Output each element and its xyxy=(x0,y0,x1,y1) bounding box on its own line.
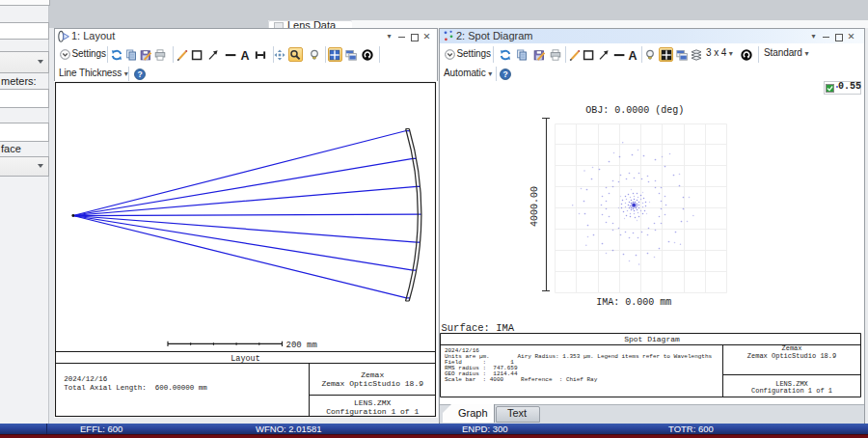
svg-text:?: ? xyxy=(502,69,507,79)
svg-text:Zemax OpticStudio 18.9: Zemax OpticStudio 18.9 xyxy=(747,352,836,360)
svg-text:Configuration 1 of 1: Configuration 1 of 1 xyxy=(751,387,832,395)
svg-text:LENS.ZMX: LENS.ZMX xyxy=(775,380,808,388)
svg-text:Zemax: Zemax xyxy=(361,370,384,379)
svg-text:LENS.ZMX: LENS.ZMX xyxy=(354,398,392,407)
svg-text:Scale bar : 4000 Referenc: Scale bar : 4000 Reference : Chief Ray xyxy=(445,376,598,383)
svg-text:200 mm: 200 mm xyxy=(286,341,317,350)
svg-text:Layout: Layout xyxy=(231,354,260,364)
svg-text:Configuration 1 of 1: Configuration 1 of 1 xyxy=(326,407,419,416)
svg-text:?: ? xyxy=(137,69,142,79)
svg-text:Spot Diagram: Spot Diagram xyxy=(624,335,680,343)
svg-text:Zemax OpticStudio 18.9: Zemax OpticStudio 18.9 xyxy=(321,379,423,388)
svg-text:IMA: 0.000 mm: IMA: 0.000 mm xyxy=(596,297,671,308)
svg-text:Surface: IMA: Surface: IMA xyxy=(442,322,515,334)
svg-text:OBJ: 0.0000 (deg): OBJ: 0.0000 (deg) xyxy=(585,105,684,116)
svg-text:2024/12/16: 2024/12/16 xyxy=(64,375,108,383)
svg-text:A: A xyxy=(629,49,637,61)
svg-text:A: A xyxy=(241,49,250,61)
svg-text:Total Axial Length: 600.00000: Total Axial Length: 600.00000 mm xyxy=(64,384,207,392)
svg-text:4000.00: 4000.00 xyxy=(529,186,540,227)
